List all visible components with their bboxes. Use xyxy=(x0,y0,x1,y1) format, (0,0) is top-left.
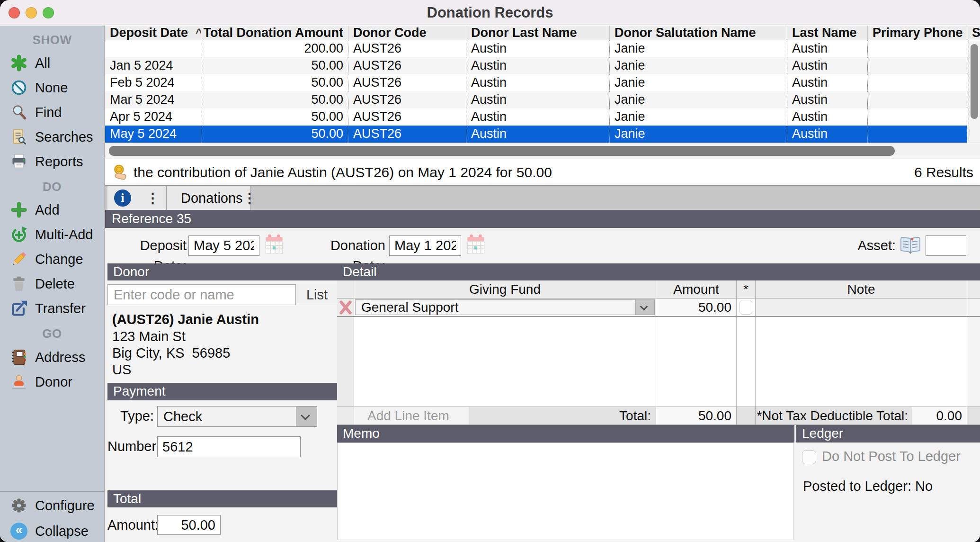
cell-deposit-date xyxy=(105,40,201,57)
total-amount-input[interactable] xyxy=(157,515,221,535)
vertical-scrollbar-thumb[interactable] xyxy=(971,44,978,119)
deposit-date-calendar-icon[interactable] xyxy=(264,235,284,256)
sidebar-item-collapse[interactable]: « Collapse xyxy=(0,520,104,542)
asset-input[interactable] xyxy=(926,235,966,256)
sidebar-item-label: None xyxy=(35,80,68,96)
main-content: Deposit Date^ Total Donation Amount Dono… xyxy=(105,26,980,542)
posted-to-ledger-status: Posted to Ledger: No xyxy=(803,479,933,494)
find-icon xyxy=(9,103,28,122)
kebab-menu-icon[interactable]: ⋮ xyxy=(243,190,257,206)
sidebar-item-configure[interactable]: Configure xyxy=(0,494,104,517)
horizontal-scrollbar-thumb[interactable] xyxy=(109,146,895,156)
donor-payment-column: Donor List (AUST26) Janie Austin 123 Mai… xyxy=(107,263,337,542)
cell-last-name: Austin xyxy=(787,108,868,126)
donor-section-header: Donor xyxy=(107,263,337,280)
sidebar-item-transfer[interactable]: Transfer xyxy=(0,297,104,320)
total-section-header: Total xyxy=(107,490,337,507)
sidebar-item-label: Multi-Add xyxy=(35,227,93,243)
sidebar-item-multi-add[interactable]: Multi-Add xyxy=(0,223,104,246)
contribution-coin-hand-icon xyxy=(112,164,129,181)
info-icon[interactable]: i xyxy=(114,190,131,207)
column-header-donor-last-name[interactable]: Donor Last Name xyxy=(466,26,610,40)
column-header-primary-phone[interactable]: Primary Phone xyxy=(868,26,967,40)
detail-column-amount: Amount xyxy=(656,280,737,298)
list-body: 200.00 AUST26 Austin Janie Austin Jan 5 … xyxy=(105,40,980,143)
sidebar-item-donor[interactable]: Donor xyxy=(0,370,104,393)
column-header-last-name[interactable]: Last Name xyxy=(787,26,868,40)
cell-donor-last-name: Austin xyxy=(466,108,610,126)
sidebar-item-address[interactable]: Address xyxy=(0,346,104,369)
sidebar-item-add[interactable]: Add xyxy=(0,199,104,221)
kebab-menu-icon[interactable]: ⋮ xyxy=(146,190,160,206)
cell-primary-phone xyxy=(868,57,967,74)
table-row-selected[interactable]: May 5 2024 50.00 AUST26 Austin Janie Aus… xyxy=(105,126,980,143)
table-row[interactable]: Feb 5 2024 50.00 AUST26 Austin Janie Aus… xyxy=(105,74,980,91)
searches-icon xyxy=(9,127,28,146)
table-row[interactable]: 200.00 AUST26 Austin Janie Austin xyxy=(105,40,980,57)
sidebar-item-label: Change xyxy=(35,252,83,267)
table-row[interactable]: Mar 5 2024 50.00 AUST26 Austin Janie Aus… xyxy=(105,91,980,108)
cell-total: 50.00 xyxy=(201,57,348,74)
donor-list-button[interactable]: List xyxy=(297,284,337,305)
sidebar-item-label: Configure xyxy=(35,498,95,514)
record-form-top: Deposit Date: Donation Date: Asset: xyxy=(105,228,980,263)
line-item-amount[interactable]: 50.00 xyxy=(656,298,737,316)
chevron-down-icon[interactable] xyxy=(635,300,654,315)
donation-date-calendar-icon[interactable] xyxy=(466,235,486,256)
sidebar-section-go: GO xyxy=(0,324,104,343)
column-header-donor-code[interactable]: Donor Code xyxy=(348,26,466,40)
cell-donor-code: AUST26 xyxy=(348,57,466,74)
do-not-post-checkbox[interactable] xyxy=(802,450,816,464)
table-row[interactable]: Apr 5 2024 50.00 AUST26 Austin Janie Aus… xyxy=(105,108,980,126)
deposit-date-input[interactable] xyxy=(188,235,259,256)
column-header-total-donation-amount[interactable]: Total Donation Amount xyxy=(201,26,348,40)
donor-search-input[interactable] xyxy=(107,284,296,305)
column-header-donor-salutation-name[interactable]: Donor Salutation Name xyxy=(610,26,787,40)
sidebar-item-none[interactable]: None xyxy=(0,76,104,99)
results-count: 6 Results xyxy=(914,164,973,181)
memo-section: Memo xyxy=(337,425,794,542)
giving-fund-value: General Support xyxy=(356,300,654,315)
table-row[interactable]: Jan 5 2024 50.00 AUST26 Austin Janie Aus… xyxy=(105,57,980,74)
cell-deposit-date: Jan 5 2024 xyxy=(105,57,201,74)
ledger-section: Ledger Do Not Post To Ledger Posted to L… xyxy=(796,425,980,542)
payment-type-dropdown[interactable]: Check xyxy=(157,406,317,427)
tab-donations-label: Donations xyxy=(181,190,243,206)
column-header-deposit-date[interactable]: Deposit Date^ xyxy=(105,26,201,40)
chevron-down-icon[interactable] xyxy=(296,406,317,426)
address-icon xyxy=(9,348,28,367)
sidebar-item-all[interactable]: All xyxy=(0,52,104,74)
cell-total: 50.00 xyxy=(201,126,348,143)
donation-date-input[interactable] xyxy=(389,235,461,256)
asset-book-icon[interactable] xyxy=(900,236,921,254)
sidebar-item-find[interactable]: Find xyxy=(0,101,104,124)
column-header-clipped[interactable]: S xyxy=(967,26,980,40)
vertical-scrollbar[interactable] xyxy=(968,40,980,143)
cell-salutation: Janie xyxy=(610,91,787,108)
not-tax-deductible-checkbox[interactable] xyxy=(739,300,752,315)
add-line-item-button[interactable]: Add Line Item xyxy=(354,407,469,425)
delete-line-item-button[interactable] xyxy=(337,298,354,316)
info-tab-segment[interactable]: i ⋮ xyxy=(107,186,167,210)
cell-primary-phone xyxy=(868,91,967,108)
sidebar-section-do: DO xyxy=(0,177,104,196)
do-not-post-label: Do Not Post To Ledger xyxy=(822,449,961,464)
sidebar-item-delete[interactable]: Delete xyxy=(0,272,104,295)
giving-fund-dropdown[interactable]: General Support xyxy=(355,299,655,315)
horizontal-scrollbar[interactable] xyxy=(105,143,980,159)
tab-donations[interactable]: Donations ⋮ xyxy=(167,186,251,210)
sidebar-item-change[interactable]: Change xyxy=(0,248,104,271)
ntd-total-value: 0.00 xyxy=(912,407,967,425)
cell-primary-phone xyxy=(868,108,967,126)
sidebar-item-label: Add xyxy=(35,202,60,218)
detail-line-item-row: General Support 50.00 xyxy=(337,298,980,317)
reference-header: Reference 35 xyxy=(105,210,980,228)
sidebar-divider xyxy=(0,491,104,492)
memo-input[interactable] xyxy=(337,443,793,540)
sidebar-item-searches[interactable]: Searches xyxy=(0,126,104,148)
detail-column-star: * xyxy=(737,280,756,298)
payment-number-input[interactable] xyxy=(157,436,301,457)
sidebar-item-reports[interactable]: Reports xyxy=(0,150,104,173)
line-item-note[interactable] xyxy=(756,298,967,316)
multi-add-icon xyxy=(9,225,28,244)
